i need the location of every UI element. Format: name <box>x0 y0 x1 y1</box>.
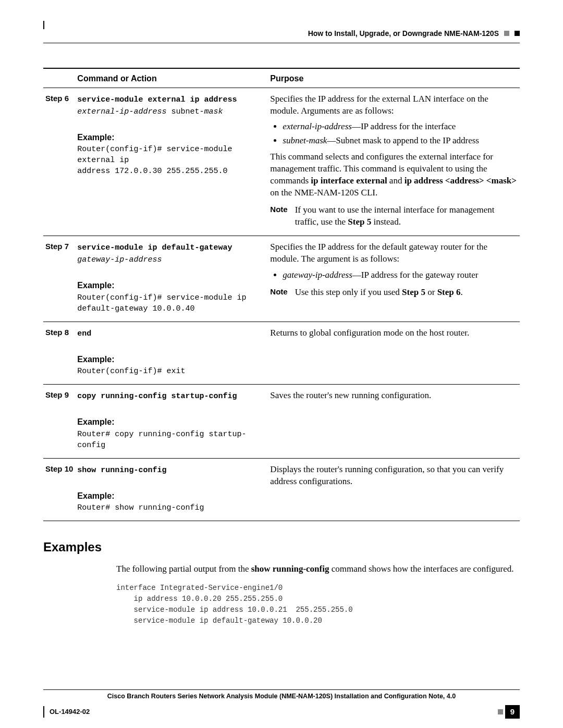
step-label: Step 10 <box>43 458 75 521</box>
command-syntax: show running-config <box>77 466 166 475</box>
table-row: Step 6 service-module external ip addres… <box>43 88 520 236</box>
decor-square-icon <box>504 31 509 36</box>
body-paragraph: The following partial output from the sh… <box>116 563 520 575</box>
running-header: How to Install, Upgrade, or Downgrade NM… <box>43 29 520 43</box>
purpose-text: Returns to global configuration mode on … <box>270 327 517 339</box>
command-arg: mask <box>204 107 223 116</box>
example-label: Example: <box>77 132 265 143</box>
command-cell: service-module external ip address exter… <box>75 88 268 236</box>
example-code: Router(config-if)# exit <box>77 366 265 377</box>
example-label: Example: <box>77 280 265 291</box>
command-arg: subnet- <box>171 107 204 116</box>
purpose-cell: Specifies the IP address for the externa… <box>268 88 520 236</box>
purpose-text: This command selects and configures the … <box>270 151 517 199</box>
command-cell: service-module ip default-gateway gatewa… <box>75 236 268 322</box>
step-label: Step 8 <box>43 322 75 385</box>
footer-rule <box>43 689 520 690</box>
step-label: Step 6 <box>43 88 75 236</box>
note-text: If you want to use the internal interfac… <box>295 204 517 228</box>
table-row: Step 10 show running-config Example: Rou… <box>43 458 520 521</box>
command-cell: show running-config Example: Router# sho… <box>75 458 268 521</box>
command-arg: external-ip-address <box>77 107 171 116</box>
procedure-table: Command or Action Purpose Step 6 service… <box>43 69 520 521</box>
note-text: Use this step only if you used Step 5 or… <box>295 287 463 299</box>
table-row: Step 9 copy running-config startup-confi… <box>43 385 520 459</box>
procedure-table-wrap: Command or Action Purpose Step 6 service… <box>43 68 520 521</box>
list-item: subnet-mask—Subnet mask to append to the… <box>283 135 517 147</box>
command-cell: copy running-config startup-config Examp… <box>75 385 268 459</box>
running-header-title: How to Install, Upgrade, or Downgrade NM… <box>308 29 499 39</box>
doc-id: OL-14942-02 <box>43 706 90 718</box>
example-code: Router# copy running-config startup-conf… <box>77 429 265 451</box>
page-number: 9 <box>505 705 520 719</box>
decor-square-icon <box>515 31 520 36</box>
bullet-list: external-ip-address—IP address for the i… <box>283 121 517 147</box>
code-block: interface Integrated-Service-engine1/0 i… <box>116 583 520 626</box>
section-heading-examples: Examples <box>43 539 520 556</box>
purpose-cell: Returns to global configuration mode on … <box>268 322 520 385</box>
command-cell: end Example: Router(config-if)# exit <box>75 322 268 385</box>
col-header-command: Command or Action <box>75 69 268 88</box>
purpose-text: Specifies the IP address for the externa… <box>270 93 517 117</box>
page-footer: Cisco Branch Routers Series Network Anal… <box>43 689 520 719</box>
command-arg: gateway-ip-address <box>77 255 162 264</box>
table-row: Step 7 service-module ip default-gateway… <box>43 236 520 322</box>
note-row: Note If you want to use the internal int… <box>270 204 517 228</box>
page-number-box: 9 <box>498 705 520 719</box>
col-header-step <box>43 69 75 88</box>
command-syntax: copy running-config startup-config <box>77 392 237 401</box>
note-label: Note <box>270 287 287 299</box>
footer-title: Cisco Branch Routers Series Network Anal… <box>43 692 520 705</box>
bullet-list: gateway-ip-address—IP address for the ga… <box>283 269 517 281</box>
list-item: gateway-ip-address—IP address for the ga… <box>283 269 517 281</box>
example-label: Example: <box>77 354 265 365</box>
purpose-cell: Saves the router's new running configura… <box>268 385 520 459</box>
crop-mark <box>43 21 520 29</box>
purpose-text: Displays the router's running configurat… <box>270 464 517 488</box>
note-row: Note Use this step only if you used Step… <box>270 287 517 299</box>
step-label: Step 7 <box>43 236 75 322</box>
list-item: external-ip-address—IP address for the i… <box>283 121 517 133</box>
command-syntax: service-module ip default-gateway <box>77 243 232 252</box>
example-code: Router(config-if)# service-module extern… <box>77 144 265 177</box>
note-label: Note <box>270 204 287 228</box>
example-label: Example: <box>77 490 265 502</box>
example-code: Router# show running-config <box>77 502 265 513</box>
purpose-cell: Specifies the IP address for the default… <box>268 236 520 322</box>
purpose-cell: Displays the router's running configurat… <box>268 458 520 521</box>
command-syntax: service-module external ip address <box>77 95 237 104</box>
command-syntax: end <box>77 329 91 338</box>
col-header-purpose: Purpose <box>268 69 520 88</box>
decor-square-icon <box>498 709 503 714</box>
purpose-text: Specifies the IP address for the default… <box>270 241 517 265</box>
purpose-text: Saves the router's new running configura… <box>270 390 517 402</box>
table-row: Step 8 end Example: Router(config-if)# e… <box>43 322 520 385</box>
page: How to Install, Upgrade, or Downgrade NM… <box>0 0 563 693</box>
step-label: Step 9 <box>43 385 75 459</box>
example-code: Router(config-if)# service-module ip def… <box>77 292 265 314</box>
example-label: Example: <box>77 416 265 428</box>
